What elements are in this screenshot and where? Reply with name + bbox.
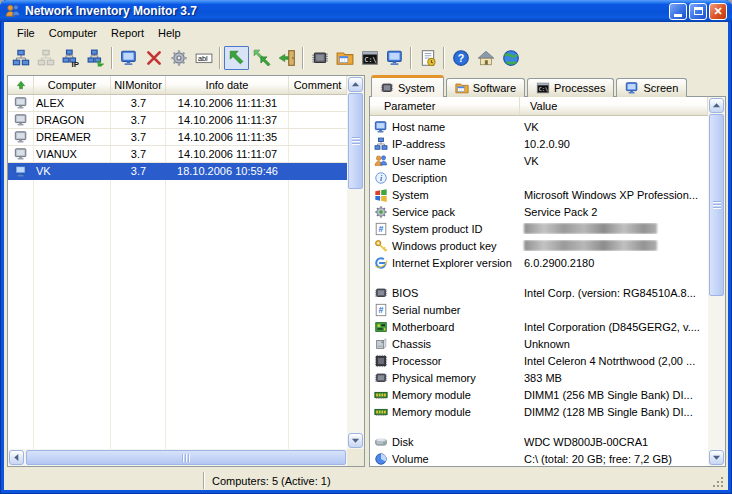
parameter-row[interactable]: Service packService Pack 2 xyxy=(370,203,708,220)
parameter-row[interactable]: Memory moduleDIMM1 (256 MB Single Bank) … xyxy=(370,386,708,403)
tab-software[interactable]: Software xyxy=(446,78,525,97)
close-button[interactable]: ✕ xyxy=(709,3,727,20)
system-view-button[interactable] xyxy=(307,46,332,70)
tab-processes[interactable]: C:\Processes xyxy=(527,78,614,97)
computers-horizontal-scrollbar[interactable] xyxy=(8,449,364,466)
help-button[interactable]: ? xyxy=(448,46,473,70)
processes-view-button[interactable]: C:\ xyxy=(357,46,382,70)
svg-text:C:\: C:\ xyxy=(364,56,376,64)
arrows-get-all-icon xyxy=(253,49,271,67)
menu-file[interactable]: File xyxy=(10,25,42,41)
menu-report[interactable]: Report xyxy=(104,25,151,41)
home-button[interactable] xyxy=(473,46,498,70)
parameter-row[interactable]: User nameVK xyxy=(370,152,708,169)
processor-icon xyxy=(374,354,388,368)
scroll-thumb[interactable] xyxy=(709,114,724,296)
column-header-sort[interactable] xyxy=(8,76,34,94)
parameter-cell: Windows product key xyxy=(374,239,520,253)
computer-row[interactable]: VK3.718.10.2006 10:59:46 xyxy=(8,163,347,180)
options-button[interactable] xyxy=(166,46,191,70)
main-content: ComputerNIMonitorInfo dateComment ALEX3.… xyxy=(4,73,728,469)
parameter-row[interactable]: VolumeC:\ (total: 20 GB; free: 7,2 GB) xyxy=(370,450,708,466)
svg-text:?: ? xyxy=(457,52,464,64)
column-header-parameter[interactable]: Parameter xyxy=(370,97,520,115)
arrow-get-icon xyxy=(228,49,246,67)
tab-screen[interactable]: Screen xyxy=(616,78,687,97)
parameter-row[interactable]: SystemMicrosoft Windows XP Profession... xyxy=(370,186,708,203)
parameter-row[interactable]: BIOSIntel Corp. (version: RG84510A.8... xyxy=(370,284,708,301)
scroll-down-button[interactable] xyxy=(709,450,724,465)
computer-row[interactable]: VIANUX3.714.10.2006 11:11:07 xyxy=(8,146,347,163)
menu-help[interactable]: Help xyxy=(151,25,188,41)
computer-row[interactable]: ALEX3.714.10.2006 11:11:31 xyxy=(8,95,347,112)
computer-row[interactable]: DRAGON3.714.10.2006 11:11:37 xyxy=(8,112,347,129)
home-icon xyxy=(477,49,495,67)
parameter-row[interactable]: ProcessorIntel Celeron 4 Notrthwood (2,0… xyxy=(370,352,708,369)
parameter-row[interactable]: Host nameVK xyxy=(370,118,708,135)
scroll-thumb[interactable] xyxy=(348,93,363,189)
network-gray-icon xyxy=(37,49,55,67)
website-button[interactable] xyxy=(498,46,523,70)
parameter-row[interactable]: #Serial number xyxy=(370,301,708,318)
value-text: Service Pack 2 xyxy=(524,206,597,218)
menu-computer[interactable]: Computer xyxy=(42,25,104,41)
app-window: Network Inventory Monitor 3.7 ✕ FileComp… xyxy=(0,0,732,494)
software-view-button[interactable] xyxy=(332,46,357,70)
toolbar-separator xyxy=(302,47,304,69)
motherboard-icon xyxy=(374,320,388,334)
details-vertical-scrollbar[interactable] xyxy=(708,97,725,466)
minimize-button[interactable] xyxy=(669,3,687,20)
computer-name: ALEX xyxy=(34,95,111,111)
scroll-left-button[interactable] xyxy=(9,450,24,465)
parameter-row[interactable]: MotherboardIntel Corporation (D845GERG2,… xyxy=(370,318,708,335)
parameter-row[interactable]: Internet Explorer version6.0.2900.2180 xyxy=(370,254,708,271)
delete-computer-button[interactable] xyxy=(141,46,166,70)
value-cell: C:\ (total: 20 GB; free: 7,2 GB) xyxy=(520,453,708,465)
get-info-button[interactable] xyxy=(224,46,249,70)
parameter-row[interactable]: Windows product key xyxy=(370,237,708,254)
parameter-row[interactable]: ChassisUnknown xyxy=(370,335,708,352)
column-header-info-date[interactable]: Info date xyxy=(166,76,289,94)
console-icon: C:\ xyxy=(361,49,379,67)
column-header-comment[interactable]: Comment xyxy=(289,76,347,94)
computers-vertical-scrollbar[interactable] xyxy=(347,76,364,449)
parameter-row[interactable]: #System product ID xyxy=(370,220,708,237)
scan-network-button[interactable] xyxy=(8,46,33,70)
scan-ip-range-button[interactable]: IP xyxy=(58,46,83,70)
column-header-computer[interactable]: Computer xyxy=(34,76,111,94)
screen-view-button[interactable] xyxy=(382,46,407,70)
scroll-up-button[interactable] xyxy=(348,77,363,92)
computer-icon-cell xyxy=(8,146,34,162)
parameter-row[interactable]: iDescription xyxy=(370,169,708,186)
chip-icon xyxy=(374,286,388,300)
parameter-row[interactable]: DiskWDC WD800JB-00CRA1 xyxy=(370,433,708,450)
parameter-cell: #System product ID xyxy=(374,222,520,236)
chip-icon xyxy=(374,371,388,385)
parameter-label: IP-address xyxy=(392,138,445,150)
add-computer-button[interactable] xyxy=(116,46,141,70)
column-header-value[interactable]: Value xyxy=(520,97,708,115)
parameter-row[interactable]: Memory moduleDIMM2 (128 MB Single Bank) … xyxy=(370,403,708,420)
parameter-row[interactable]: Physical memory383 MB xyxy=(370,369,708,386)
export-info-button[interactable] xyxy=(274,46,299,70)
detail-tabs: SystemSoftwareC:\ProcessesScreen xyxy=(369,75,726,97)
tab-system[interactable]: System xyxy=(371,75,444,97)
svg-text:#: # xyxy=(379,224,384,234)
parameter-row[interactable]: IP-address10.2.0.90 xyxy=(370,135,708,152)
report-button[interactable] xyxy=(415,46,440,70)
rename-computer-button[interactable]: abl xyxy=(191,46,216,70)
parameter-cell: Memory module xyxy=(374,388,520,402)
ie-icon xyxy=(374,256,388,270)
resize-grip[interactable] xyxy=(713,475,725,487)
scroll-thumb[interactable] xyxy=(26,450,346,465)
scroll-up-button[interactable] xyxy=(709,98,724,113)
import-computers-button[interactable] xyxy=(83,46,108,70)
computer-row[interactable]: DREAMER3.714.10.2006 11:11:35 xyxy=(8,129,347,146)
comment xyxy=(289,129,347,145)
maximize-button[interactable] xyxy=(689,3,707,20)
scroll-down-button[interactable] xyxy=(348,433,363,448)
get-info-all-button[interactable] xyxy=(249,46,274,70)
column-header-nimonitor[interactable]: NIMonitor xyxy=(111,76,166,94)
ram-icon xyxy=(374,405,388,419)
value-cell: 383 MB xyxy=(520,372,708,384)
